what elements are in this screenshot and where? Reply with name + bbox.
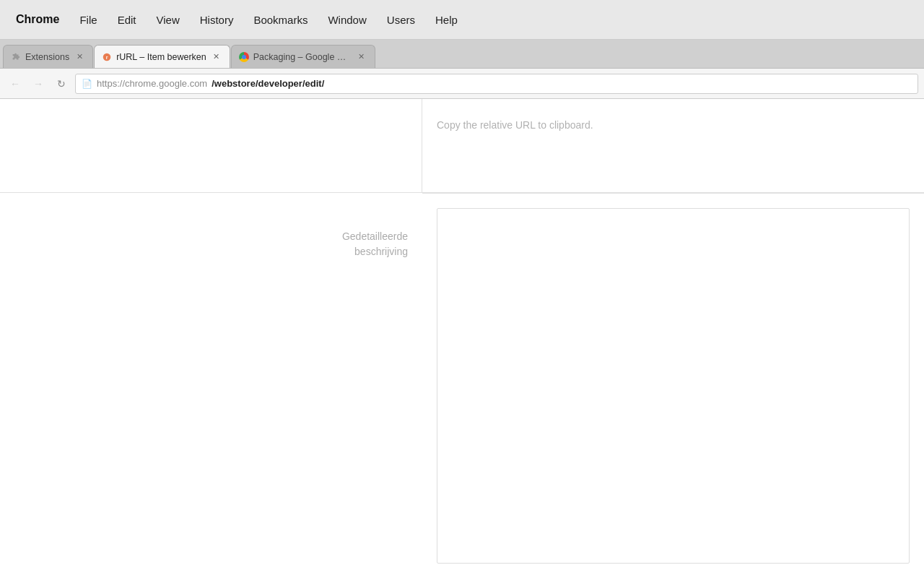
menu-item-edit[interactable]: Edit	[109, 9, 145, 30]
menu-item-chrome[interactable]: Chrome	[7, 9, 68, 30]
detail-label: Gedetailleerde beschrijving	[342, 229, 408, 259]
rurl-icon: r	[102, 52, 112, 62]
form-left: Gedetailleerde beschrijving	[0, 99, 422, 578]
page-icon: 📄	[82, 79, 92, 89]
tab-packaging-label: Packaging – Google Chro…	[253, 52, 352, 62]
menu-bar: Chrome File Edit View History Bookmarks …	[0, 0, 924, 40]
form-right: Copy the relative URL to clipboard.	[422, 99, 924, 578]
tab-packaging[interactable]: Packaging – Google Chro… ✕	[231, 45, 375, 68]
tab-packaging-close[interactable]: ✕	[356, 51, 367, 63]
detail-label-line1: Gedetailleerde	[342, 230, 408, 242]
svg-text:r: r	[106, 54, 108, 59]
tab-extensions[interactable]: Extensions ✕	[3, 45, 93, 68]
detail-label-section: Gedetailleerde beschrijving	[0, 193, 422, 578]
reload-button[interactable]: ↻	[52, 74, 71, 93]
address-bar[interactable]: 📄 https://chrome.google.com/webstore/dev…	[75, 74, 918, 94]
tab-extensions-close[interactable]: ✕	[74, 51, 85, 63]
description-section	[422, 193, 924, 578]
url-prefix: https://chrome.google.com	[97, 78, 207, 89]
tab-rurl-label: rURL – Item bewerken	[116, 52, 206, 62]
menu-item-view[interactable]: View	[147, 9, 188, 30]
tab-bar: Extensions ✕ r rURL – Item bewerken ✕ Pa…	[0, 40, 924, 69]
clipboard-hint-text: Copy the relative URL to clipboard.	[437, 119, 593, 131]
menu-item-users[interactable]: Users	[378, 9, 424, 30]
menu-item-help[interactable]: Help	[427, 9, 466, 30]
address-bar-container: ← → ↻ 📄 https://chrome.google.com/websto…	[0, 69, 924, 99]
clipboard-input-section: Copy the relative URL to clipboard.	[422, 99, 924, 193]
clipboard-section-left	[0, 99, 422, 193]
forward-button[interactable]: →	[29, 74, 48, 93]
tab-rurl-close[interactable]: ✕	[211, 51, 222, 63]
chrome-logo-icon	[239, 52, 249, 62]
url-path: /webstore/developer/edit/	[212, 78, 324, 89]
puzzle-icon	[11, 52, 21, 62]
description-textarea[interactable]	[437, 208, 910, 564]
back-button[interactable]: ←	[6, 74, 25, 93]
tab-rurl[interactable]: r rURL – Item bewerken ✕	[94, 45, 230, 68]
tab-extensions-label: Extensions	[25, 52, 69, 62]
browser-content: Gedetailleerde beschrijving Copy the rel…	[0, 99, 924, 578]
menu-item-history[interactable]: History	[191, 9, 243, 30]
menu-item-window[interactable]: Window	[319, 9, 375, 30]
detail-label-line2: beschrijving	[354, 246, 408, 257]
menu-item-file[interactable]: File	[71, 9, 105, 30]
menu-item-bookmarks[interactable]: Bookmarks	[245, 9, 316, 30]
content-area: Gedetailleerde beschrijving Copy the rel…	[0, 99, 924, 578]
